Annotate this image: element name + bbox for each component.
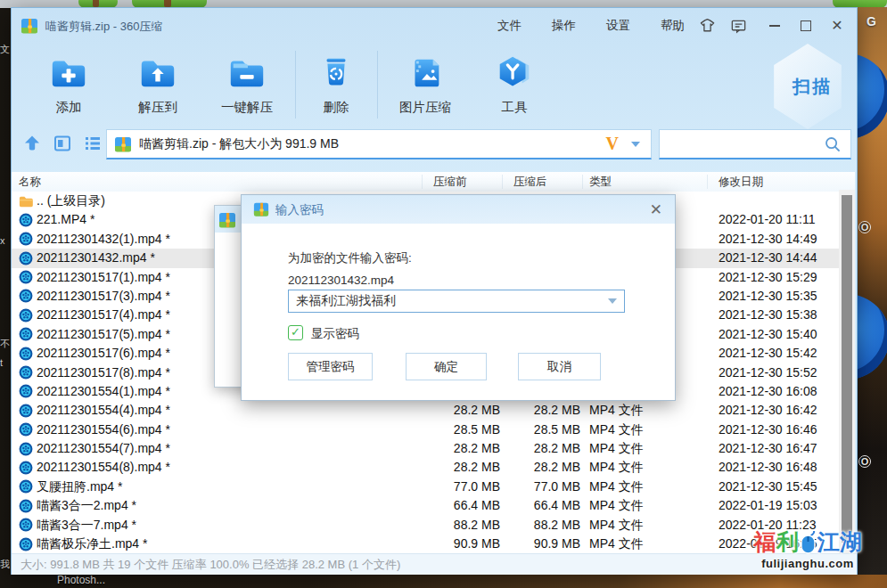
video-file-icon	[19, 289, 33, 303]
desktop-green-object-post	[93, 0, 99, 7]
desktop-glyph: G	[866, 14, 876, 29]
video-file-icon	[19, 213, 33, 227]
desktop-green-object-post	[164, 0, 171, 7]
table-row[interactable]: 喵酱3合一7.mp4 * 88.2 MB 88.2 MB MP4 文件 2022…	[12, 516, 855, 535]
ok-button[interactable]: 确定	[406, 353, 487, 380]
extract-to-button[interactable]: 解压到	[113, 44, 202, 127]
maximize-button[interactable]	[797, 17, 815, 35]
folder-icon	[19, 194, 33, 208]
caption-buttons: ✕	[698, 8, 846, 44]
menu-file[interactable]: 文件	[482, 18, 537, 34]
desktop-icon-label: 不	[0, 338, 11, 351]
table-row[interactable]: 202112301554(7).mp4 * 28.2 MB 28.2 MB MP…	[12, 439, 855, 458]
table-row[interactable]: 喵酱极乐净土.mp4 * 90.9 MB 90.9 MB MP4 文件 2022…	[12, 535, 855, 553]
video-file-icon	[19, 270, 33, 284]
file-name: 202112301554(7).mp4 *	[37, 439, 170, 458]
password-dropdown-icon[interactable]	[608, 298, 617, 304]
delete-button[interactable]: 删除	[292, 44, 381, 127]
view-mode-icon[interactable]	[53, 134, 72, 153]
size-after: 28.2 MB	[466, 458, 580, 477]
file-name: .. (上级目录)	[37, 192, 105, 210]
file-type: MP4 文件	[589, 478, 644, 496]
file-name: 202112301554(1).mp4 *	[37, 382, 170, 401]
close-button[interactable]: ✕	[828, 17, 846, 35]
desktop-app-icon[interactable]	[858, 53, 887, 139]
file-date: 2021-12-30 16:46	[719, 421, 817, 439]
file-name: 喵酱极乐净土.mp4 *	[37, 535, 147, 553]
size-after: 77.0 MB	[466, 478, 580, 496]
watermark-char: 江湖	[817, 527, 862, 557]
column-separator	[422, 175, 423, 189]
menu-help[interactable]: 帮助	[645, 18, 700, 34]
password-combobox	[288, 290, 625, 313]
scan-label: 扫描	[793, 75, 832, 99]
file-date: 2021-12-30 15:29	[719, 268, 817, 287]
tools-button[interactable]: 工具	[470, 44, 559, 127]
one-click-extract-button[interactable]: 一键解压	[202, 44, 292, 127]
file-name: 202112301517(5).mp4 *	[37, 325, 170, 344]
zip-archive-icon	[218, 211, 236, 229]
menu-settings[interactable]: 设置	[591, 18, 645, 34]
column-type[interactable]: 类型	[589, 175, 612, 190]
encrypted-filename: 202112301432.mp4	[288, 274, 394, 287]
file-name: 202112301554(4).mp4 *	[37, 401, 170, 420]
scrollbar-thumb[interactable]	[842, 195, 852, 543]
dialog-close-icon[interactable]: ✕	[650, 200, 662, 219]
table-row[interactable]: 202112301554(4).mp4 * 28.2 MB 28.2 MB MP…	[12, 401, 855, 420]
desktop-right-strip: G O O	[858, 7, 887, 575]
column-name[interactable]: 名称	[19, 175, 41, 190]
skin-theme-icon[interactable]	[698, 17, 716, 35]
address-dropdown-icon[interactable]	[631, 142, 640, 147]
feedback-icon[interactable]	[729, 17, 747, 35]
file-date: 2021-12-30 14:44	[719, 249, 817, 267]
table-row[interactable]: 喵酱3合一2.mp4 * 66.4 MB 66.4 MB MP4 文件 2022…	[12, 496, 855, 515]
size-after: 28.5 MB	[466, 421, 580, 439]
video-file-icon	[19, 499, 33, 513]
file-name: 喵酱3合一7.mp4 *	[37, 516, 136, 535]
list-view-icon[interactable]	[83, 134, 103, 153]
show-password-checkbox[interactable]: ✓	[288, 325, 303, 340]
password-input[interactable]	[294, 293, 608, 309]
file-date: 2021-12-30 15:45	[719, 478, 817, 496]
column-date[interactable]: 修改日期	[719, 175, 763, 190]
scan-button[interactable]: 扫描	[769, 44, 846, 129]
hexagon-tool-icon	[494, 53, 535, 94]
file-name: 叉腰扭胯.mp4 *	[37, 478, 122, 496]
file-date: 2021-12-30 15:38	[719, 306, 817, 324]
column-size-before[interactable]: 压缩前	[433, 175, 467, 190]
password-prompt: 为加密的文件输入密码:	[288, 250, 412, 266]
table-row[interactable]: 202112301554(8).mp4 * 28.2 MB 28.2 MB MP…	[12, 458, 855, 477]
search-input[interactable]	[659, 129, 851, 159]
cancel-button[interactable]: 取消	[518, 353, 601, 380]
file-name: 202112301554(8).mp4 *	[37, 458, 170, 477]
file-date: 2021-12-30 16:08	[719, 382, 817, 401]
desktop-app-icon[interactable]	[858, 294, 887, 380]
search-icon[interactable]	[824, 135, 842, 153]
file-name: 202112301554(6).mp4 *	[37, 421, 170, 439]
file-date: 2021-12-30 16:47	[719, 439, 817, 458]
desktop-icon-badge: O	[858, 455, 871, 468]
folder-plus-icon	[48, 53, 89, 94]
address-bar[interactable]: 喵酱剪辑.zip - 解包大小为 991.9 MB V	[106, 129, 652, 159]
minimize-button[interactable]	[766, 17, 784, 35]
watermark-char: 利	[776, 527, 799, 557]
manage-passwords-button[interactable]: 管理密码	[288, 353, 373, 380]
zip-archive-icon	[114, 135, 132, 153]
trash-recycle-icon	[316, 53, 357, 94]
size-after: 66.4 MB	[466, 496, 580, 515]
vip-icon[interactable]: V	[606, 134, 619, 154]
folder-up-arrow-icon	[137, 53, 178, 94]
up-level-icon[interactable]	[22, 134, 42, 153]
image-compress-button[interactable]: 图片压缩	[381, 44, 470, 127]
column-size-after[interactable]: 压缩后	[513, 175, 547, 190]
title-bar: 喵酱剪辑.zip - 360压缩 文件 操作 设置 帮助 ✕	[12, 8, 857, 44]
add-button[interactable]: 添加	[24, 44, 113, 127]
file-type: MP4 文件	[589, 421, 644, 439]
window-title: 喵酱剪辑.zip - 360压缩	[45, 19, 162, 35]
menu-operation[interactable]: 操作	[537, 18, 591, 34]
vertical-scrollbar[interactable]	[839, 190, 855, 553]
table-row[interactable]: 叉腰扭胯.mp4 * 77.0 MB 77.0 MB MP4 文件 2021-1…	[12, 478, 855, 496]
size-after: 28.2 MB	[466, 401, 580, 420]
video-file-icon	[19, 308, 33, 323]
table-row[interactable]: 202112301554(6).mp4 * 28.5 MB 28.5 MB MP…	[12, 421, 855, 439]
